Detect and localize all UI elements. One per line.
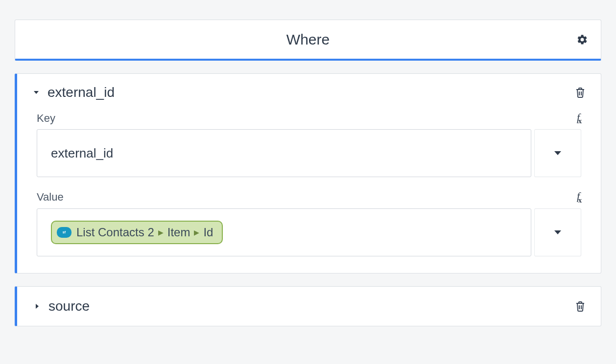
key-field-row: Key fx external_id [37, 111, 581, 177]
pill-part-0: List Contacts 2 [76, 226, 154, 239]
section-body: Key fx external_id Value fx sf [17, 106, 601, 273]
pill-part-2: Id [203, 226, 213, 239]
caret-down-icon [554, 230, 561, 234]
chevron-right-icon: ▶ [194, 228, 199, 236]
value-label: Value [37, 191, 64, 204]
section-title: external_id [47, 85, 115, 100]
salesforce-icon: sf [57, 227, 71, 238]
key-dropdown-button[interactable] [534, 129, 581, 177]
gear-icon[interactable] [575, 33, 589, 46]
value-pill[interactable]: sf List Contacts 2 ▶ Item ▶ Id [51, 221, 223, 244]
caret-down-icon [554, 151, 561, 155]
value-dropdown-button[interactable] [534, 208, 581, 256]
chevron-down-icon[interactable] [30, 86, 43, 99]
pill-part-1: Item [167, 226, 190, 239]
section-header[interactable]: source [17, 287, 601, 326]
trash-icon[interactable] [573, 86, 587, 99]
value-field-row: Value fx sf List Contacts 2 ▶ Item ▶ Id [37, 190, 581, 256]
section-header[interactable]: external_id [17, 74, 601, 106]
chevron-right-icon: ▶ [158, 228, 164, 236]
section-external-id: external_id Key fx external_id [15, 73, 601, 273]
trash-icon[interactable] [573, 299, 587, 313]
fx-icon[interactable]: fx [577, 190, 581, 204]
where-header-panel: Where [15, 20, 601, 61]
key-label: Key [37, 112, 55, 125]
section-source: source [15, 286, 601, 326]
where-title: Where [286, 31, 330, 48]
section-title: source [48, 298, 90, 314]
chevron-right-icon[interactable] [31, 300, 44, 313]
value-input[interactable]: sf List Contacts 2 ▶ Item ▶ Id [37, 208, 531, 256]
key-input[interactable]: external_id [37, 129, 531, 177]
fx-icon[interactable]: fx [577, 111, 581, 125]
key-input-value: external_id [51, 146, 113, 161]
